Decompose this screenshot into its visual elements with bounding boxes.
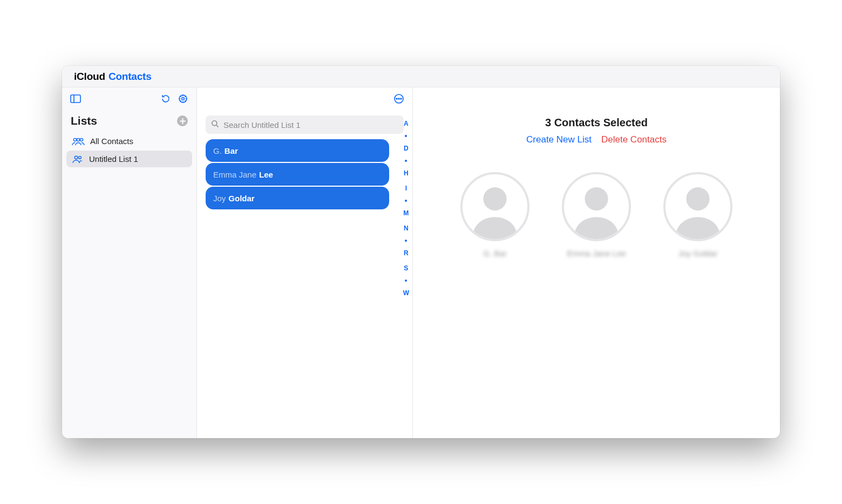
svg-point-21: [212, 120, 217, 125]
alpha-dot-icon[interactable]: [405, 280, 407, 282]
contact-first: Joy: [213, 194, 226, 203]
search-icon: [211, 120, 219, 130]
svg-line-9: [185, 100, 186, 101]
avatar-placeholder-icon: [562, 172, 631, 241]
svg-point-15: [74, 156, 78, 159]
sidebar-item-untitled-list-1[interactable]: Untitled List 1: [66, 151, 192, 167]
svg-line-10: [180, 100, 181, 101]
alpha-letter[interactable]: A: [404, 120, 409, 127]
sidebar-item-label: Untitled List 1: [89, 154, 138, 164]
list-items: All Contacts Untitled List 1: [62, 133, 196, 168]
avatar-name: G. Bar: [483, 249, 506, 258]
svg-point-13: [77, 138, 79, 141]
contact-last: Bar: [225, 146, 238, 155]
svg-line-22: [216, 125, 219, 127]
alpha-dot-icon[interactable]: [405, 240, 407, 242]
sidebar-toolbar: [62, 87, 196, 110]
sidebar-item-label: All Contacts: [90, 137, 133, 146]
svg-point-16: [79, 156, 82, 159]
sidebar-item-all-contacts[interactable]: All Contacts: [66, 133, 192, 149]
app-name[interactable]: Contacts: [108, 71, 152, 83]
contact-row[interactable]: Emma Jane Lee: [206, 163, 389, 186]
svg-point-19: [398, 98, 399, 99]
toggle-sidebar-icon[interactable]: [70, 93, 82, 105]
alpha-letter[interactable]: I: [405, 185, 407, 192]
alpha-dot-icon[interactable]: [405, 200, 407, 202]
avatar-card: G. Bar: [460, 172, 529, 258]
more-options-icon[interactable]: [393, 93, 405, 105]
svg-point-20: [400, 98, 402, 99]
settings-gear-icon[interactable]: [177, 93, 189, 105]
avatar-name: Joy Goldar: [678, 249, 718, 258]
lists-header: Lists: [62, 110, 196, 133]
detail-pane: 3 Contacts Selected Create New List Dele…: [413, 87, 780, 438]
main-row: Lists All Contacts Untitled List 1: [62, 87, 780, 438]
avatar-placeholder-icon: [460, 172, 529, 241]
contacts-column: G. Bar Emma Jane Lee Joy Goldar A D H I: [197, 87, 413, 438]
search-field[interactable]: [206, 115, 404, 134]
contact-first: G.: [213, 146, 222, 155]
search-wrap: [197, 110, 412, 139]
search-input[interactable]: [223, 120, 398, 130]
svg-line-11: [185, 96, 186, 97]
svg-point-18: [396, 98, 397, 99]
header-bar: iCloud Contacts: [62, 66, 780, 87]
contact-first: Emma Jane: [213, 170, 256, 179]
svg-point-3: [182, 98, 185, 100]
alpha-letter[interactable]: N: [404, 224, 409, 232]
svg-point-14: [80, 138, 83, 141]
svg-point-23: [483, 187, 506, 210]
app-window: iCloud Contacts Lists: [62, 66, 780, 438]
contact-row[interactable]: G. Bar: [206, 139, 389, 162]
contact-last: Lee: [259, 170, 273, 179]
selected-avatars: G. Bar Emma Jane Lee Joy Goldar: [429, 172, 764, 258]
svg-point-12: [73, 138, 76, 141]
alpha-index[interactable]: A D H I M N R S W: [403, 120, 409, 297]
contact-row[interactable]: Joy Goldar: [206, 187, 389, 209]
alpha-dot-icon[interactable]: [405, 135, 407, 137]
avatar-card: Joy Goldar: [663, 172, 732, 258]
selection-title: 3 Contacts Selected: [429, 117, 764, 129]
people2-icon: [72, 155, 84, 164]
detail-actions: Create New List Delete Contacts: [429, 134, 764, 145]
contact-last: Goldar: [228, 194, 254, 203]
alpha-letter[interactable]: M: [403, 209, 409, 217]
contacts-list: G. Bar Emma Jane Lee Joy Goldar: [197, 139, 412, 438]
sidebar: Lists All Contacts Untitled List 1: [62, 87, 197, 438]
alpha-letter[interactable]: R: [404, 249, 409, 257]
svg-line-8: [180, 96, 181, 97]
delete-contacts-button[interactable]: Delete Contacts: [601, 134, 667, 145]
alpha-letter[interactable]: D: [404, 145, 409, 152]
alpha-letter[interactable]: H: [404, 169, 409, 177]
svg-point-25: [686, 187, 709, 210]
create-list-button[interactable]: Create New List: [526, 134, 592, 145]
svg-rect-0: [71, 95, 80, 103]
svg-point-24: [585, 187, 608, 210]
people3-icon: [72, 137, 85, 146]
icloud-brand: iCloud: [74, 71, 105, 83]
lists-title: Lists: [71, 114, 97, 127]
avatar-name: Emma Jane Lee: [567, 249, 626, 258]
add-list-button[interactable]: [177, 115, 188, 126]
contacts-toolbar: [197, 87, 412, 110]
alpha-dot-icon[interactable]: [405, 160, 407, 162]
avatar-card: Emma Jane Lee: [562, 172, 631, 258]
alpha-letter[interactable]: W: [403, 289, 409, 297]
avatar-placeholder-icon: [663, 172, 732, 241]
alpha-letter[interactable]: S: [404, 264, 408, 272]
refresh-icon[interactable]: [160, 93, 172, 105]
